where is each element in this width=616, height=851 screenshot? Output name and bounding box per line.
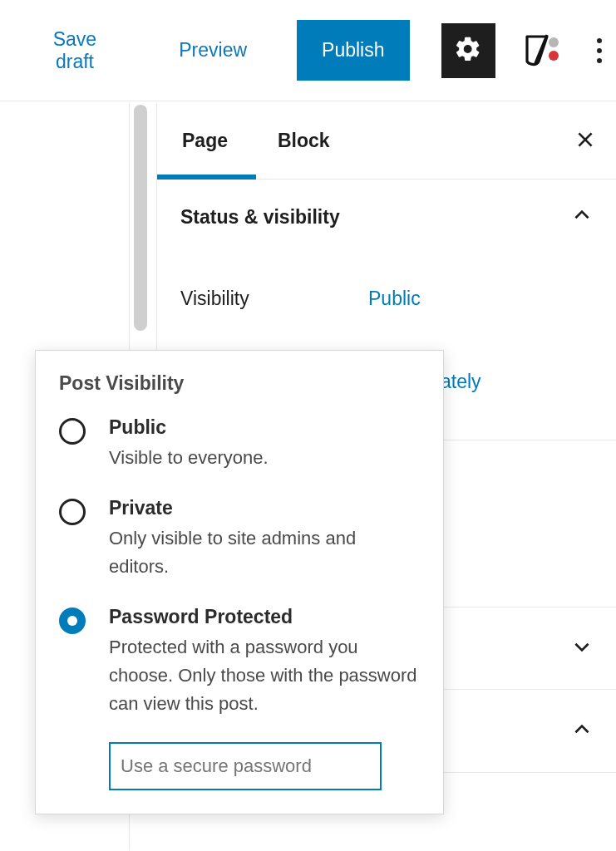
preview-button[interactable]: Preview [179,39,247,61]
panel-status-visibility-toggle[interactable]: Status & visibility [157,180,616,239]
visibility-option-private[interactable]: Private Only visible to site admins and … [59,497,420,581]
visibility-value-link[interactable]: Public [368,288,421,310]
option-description: Only visible to site admins and editors. [109,524,420,581]
option-description: Visible to everyone. [109,444,420,472]
popover-title: Post Visibility [59,372,420,395]
option-description: Protected with a password you choose. On… [109,633,420,718]
yoast-seo-button[interactable] [514,23,568,78]
save-draft-button[interactable]: Save draft [32,28,118,73]
editor-top-toolbar: Save draft Preview Publish [0,0,616,101]
radio-private[interactable] [59,499,86,525]
publish-value-partial[interactable]: ately [441,371,481,393]
publish-button[interactable]: Publish [297,20,409,81]
canvas-scrollbar[interactable] [134,105,147,331]
gear-icon [454,35,482,66]
close-icon [574,139,596,153]
settings-button[interactable] [441,23,495,78]
radio-public[interactable] [59,418,86,445]
panel-title: Status & visibility [180,206,340,229]
close-sidebar-button[interactable] [574,129,596,154]
visibility-label: Visibility [180,288,368,310]
option-label: Password Protected [109,606,420,628]
radio-password-protected[interactable] [59,608,86,634]
sidebar-tabs: Page Block [157,103,616,180]
visibility-row: Visibility Public [180,288,593,310]
tab-block[interactable]: Block [276,103,332,179]
yoast-icon [522,30,560,71]
chevron-down-icon [571,636,593,661]
visibility-option-password[interactable]: Password Protected Protected with a pass… [59,606,420,718]
post-visibility-popover: Post Visibility Public Visible to everyo… [35,350,444,814]
password-input[interactable] [109,742,382,790]
tab-page[interactable]: Page [180,103,229,179]
option-label: Public [109,416,420,439]
visibility-option-public[interactable]: Public Visible to everyone. [59,416,420,472]
option-label: Private [109,497,420,519]
svg-point-0 [549,37,559,47]
more-options-button[interactable] [583,23,616,78]
chevron-up-icon [571,719,593,744]
svg-point-1 [549,51,559,61]
chevron-up-icon [571,204,593,229]
